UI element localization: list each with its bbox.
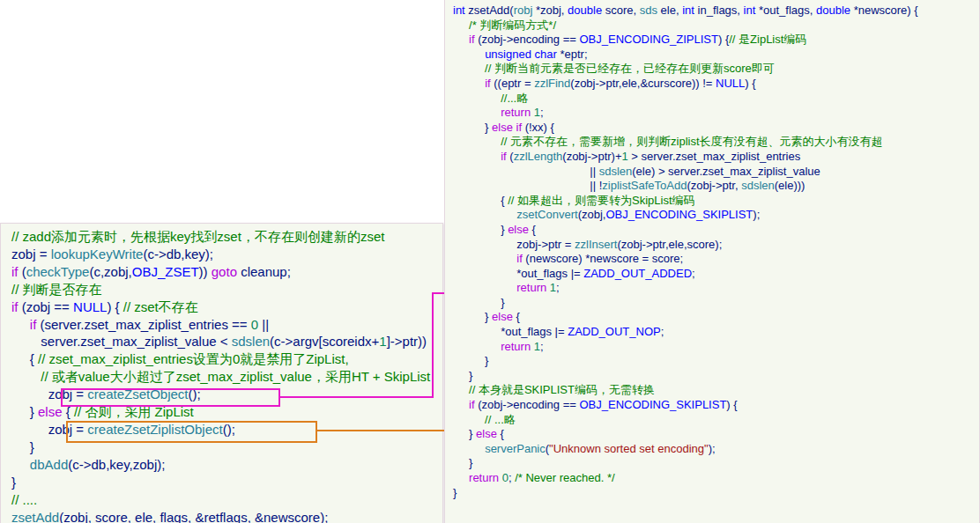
code-line: || !ziplistSafeToAdd(zobj->ptr, sdslen(e… — [453, 179, 979, 194]
code-line: //...略 — [453, 92, 979, 107]
code-line: zsetAdd(zobj, score, ele, flags, &retfla… — [11, 509, 442, 523]
code-line: // 或者value大小超过了zset_max_ziplist_value，采用… — [11, 368, 442, 386]
code-line: // 判断当前元素是否已经存在，已经存在则更新score即可 — [453, 62, 979, 77]
code-line: int zsetAdd(robj *zobj, double score, sd… — [453, 4, 979, 18]
code-line: // 判断是否存在 — [11, 281, 442, 298]
code-line: *out_flags |= ZADD_OUT_NOP; — [453, 325, 979, 340]
code-line: zobj = lookupKeyWrite(c->db,key); — [11, 246, 442, 263]
code-line: unsigned char *eptr; — [453, 48, 979, 63]
code-line: { // 如果超出，则需要转为SkipList编码 — [453, 194, 979, 209]
code-line: if (server.zset_max_ziplist_entries == 0… — [11, 316, 442, 334]
code-line: } — [453, 296, 979, 311]
code-line: return 1; — [453, 106, 979, 121]
right-code-panel: int zsetAdd(robj *zobj, double score, sd… — [444, 0, 980, 523]
code-line: return 1; — [453, 340, 979, 355]
code-line: } else { — [453, 223, 979, 238]
code-line: zobj->ptr = zzlInsert(zobj->ptr,ele,scor… — [453, 238, 979, 253]
code-line: } else if (!xx) { — [453, 121, 979, 136]
code-line: serverPanic("Unknown sorted set encoding… — [453, 442, 979, 457]
code-line: } — [453, 456, 979, 471]
code-line: if (newscore) *newscore = score; — [453, 252, 979, 267]
code-line: return 1; — [453, 281, 979, 296]
code-line: if (checkType(c,zobj,OBJ_ZSET)) goto cle… — [11, 263, 442, 281]
code-line: *out_flags |= ZADD_OUT_ADDED; — [453, 267, 979, 282]
code-line: return 0; /* Never reached. */ — [453, 471, 979, 486]
code-line: } — [453, 486, 979, 501]
code-line: // 元素不存在，需要新增，则判断ziplist长度有没有超、元素的大小有没有超 — [453, 135, 979, 150]
connector-pink-vertical — [432, 292, 434, 398]
code-line: } else { — [453, 427, 979, 442]
code-line: } else { — [453, 310, 979, 325]
code-line: zsetConvert(zobj,OBJ_ENCODING_SKIPLIST); — [453, 208, 979, 223]
code-line: if ((eptr = zzlFind(zobj->ptr,ele,&cursc… — [453, 77, 979, 92]
code-line: if (zobj->encoding == OBJ_ENCODING_ZIPLI… — [453, 33, 979, 48]
code-line: /* 判断编码方式*/ — [453, 18, 979, 33]
code-line: // ...略 — [453, 413, 979, 428]
highlight-box-createZsetObject — [61, 388, 280, 407]
code-line: if (zobj->encoding == OBJ_ENCODING_SKIPL… — [453, 398, 979, 413]
code-line: // zadd添加元素时，先根据key找到zset，不存在则创建新的zset — [11, 228, 442, 246]
code-line: { // zset_max_ziplist_entries设置为0就是禁用了Zi… — [11, 350, 442, 368]
code-notes-page: { "colors": { "page-bg": "#ffffff", "pan… — [0, 0, 980, 523]
connector-pink-to-right-panel — [432, 292, 444, 294]
code-line: // 本身就是SKIPLIST编码，无需转换 — [453, 383, 979, 398]
code-line: } — [453, 369, 979, 384]
code-line: if (zzlLength(zobj->ptr)+1 > server.zset… — [453, 150, 979, 165]
connector-orange-to-right-panel — [316, 430, 444, 431]
highlight-box-createZsetZiplistObject — [66, 421, 317, 443]
code-line: } — [453, 354, 979, 369]
code-line: if (zobj == NULL) { // zset不存在 — [11, 298, 442, 316]
code-line: server.zset_max_ziplist_value < sdslen(c… — [11, 333, 442, 350]
code-line: } — [11, 474, 442, 491]
connector-pink-horizontal-from-box — [278, 396, 434, 398]
left-code-panel: // zadd添加元素时，先根据key找到zset，不存在则创建新的zsetzo… — [0, 223, 443, 523]
code-line: || sdslen(ele) > server.zset_max_ziplist… — [453, 165, 979, 180]
code-line: dbAdd(c->db,key,zobj); — [11, 456, 442, 474]
code-line: // .... — [11, 491, 442, 509]
